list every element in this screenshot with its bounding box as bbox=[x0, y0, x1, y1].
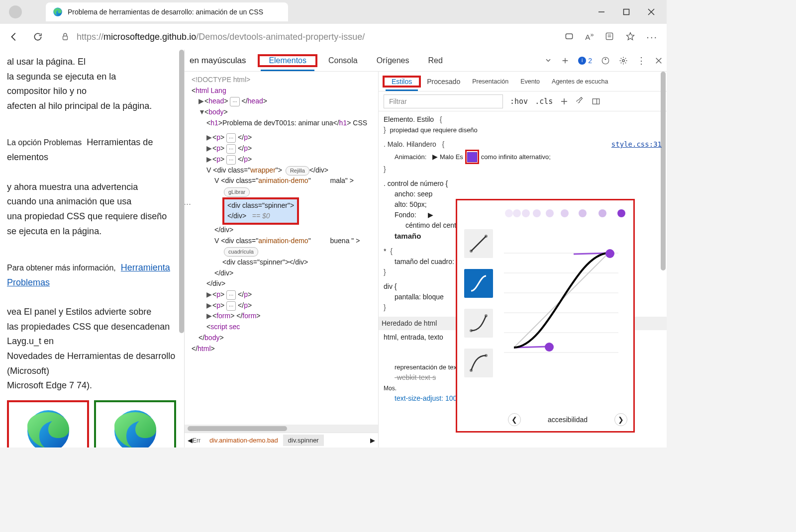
styles-rules[interactable]: Elemento. Estilo { } propiedad que requi… bbox=[379, 111, 667, 447]
bezier-handle-p2[interactable] bbox=[605, 249, 614, 258]
lock-icon bbox=[61, 32, 70, 41]
styles-pane: Estilos Procesado Presentación Evento Ag… bbox=[379, 72, 667, 447]
gear-icon[interactable] bbox=[619, 56, 628, 65]
svg-rect-5 bbox=[63, 36, 68, 40]
window-titlebar: Problema de herramientas de desarrollo: … bbox=[0, 0, 667, 24]
subtab-computed[interactable]: Procesado bbox=[421, 74, 466, 89]
edge-logo-icon bbox=[108, 405, 163, 447]
logo-comparison bbox=[7, 400, 178, 447]
breadcrumb-item-selected[interactable]: div.spinner bbox=[283, 435, 324, 446]
close-devtools-icon[interactable] bbox=[655, 57, 663, 65]
preset-linear[interactable] bbox=[464, 229, 493, 258]
styles-toolbar: Filtrar :hov .cls bbox=[379, 91, 667, 111]
refresh-button[interactable] bbox=[29, 28, 47, 46]
easing-prev-button[interactable]: ❮ bbox=[508, 413, 521, 426]
bad-logo-box bbox=[7, 400, 89, 447]
subtab-layout[interactable]: Presentación bbox=[466, 74, 514, 89]
address-bar[interactable]: https://microsoftedge.github.io/Demos/de… bbox=[53, 29, 558, 45]
cubic-bezier-icon[interactable] bbox=[467, 152, 477, 162]
preset-ease-out[interactable] bbox=[464, 349, 493, 377]
reader-icon[interactable] bbox=[604, 31, 614, 41]
cls-toggle[interactable]: .cls bbox=[535, 97, 553, 106]
svg-rect-15 bbox=[593, 98, 600, 104]
main-content: al usar la página. El la segunda se ejec… bbox=[0, 50, 667, 447]
edge-logo-icon bbox=[21, 405, 76, 447]
css-source-link[interactable]: style.css:31 bbox=[611, 139, 662, 150]
styles-filter-input[interactable]: Filtrar bbox=[384, 94, 503, 108]
devtools-tab-bar: en mayúsculas Elementos Consola Orígenes… bbox=[185, 50, 667, 72]
kebab-icon[interactable]: ⋮ bbox=[637, 55, 646, 66]
article-paragraph: Para obtener más información, Herramient… bbox=[7, 246, 178, 393]
cubic-bezier-editor[interactable]: ❮ accesibilidad ❯ bbox=[456, 199, 635, 433]
brush-icon[interactable] bbox=[576, 97, 585, 106]
easing-icon-highlight bbox=[465, 150, 479, 164]
profile-avatar-icon[interactable] bbox=[9, 5, 22, 18]
favorite-icon[interactable] bbox=[625, 31, 635, 41]
easing-next-button[interactable]: ❯ bbox=[614, 413, 627, 426]
page-article: al usar la página. El la segunda se ejec… bbox=[0, 50, 184, 447]
svg-rect-6 bbox=[566, 34, 573, 39]
read-aloud-icon[interactable]: A» bbox=[585, 31, 594, 43]
subtab-event[interactable]: Evento bbox=[514, 74, 546, 89]
bc-chevron-left-icon[interactable]: ◀ bbox=[188, 437, 193, 444]
maximize-icon[interactable] bbox=[623, 8, 630, 15]
dom-tree[interactable]: <!DOCTYPE html> <html Lang ▶<head> ··· <… bbox=[185, 72, 378, 425]
preset-ease-in-out[interactable] bbox=[464, 269, 493, 298]
dom-tree-pane: <!DOCTYPE html> <html Lang ▶<head> ··· <… bbox=[185, 72, 379, 447]
url-tools: A» ··· bbox=[564, 31, 658, 43]
breadcrumb-item[interactable]: div.animation-demo.bad bbox=[204, 435, 283, 446]
personalize-icon[interactable] bbox=[601, 56, 610, 65]
scrollbar-thumb[interactable] bbox=[179, 50, 184, 333]
issue-badge[interactable]: i2 bbox=[578, 57, 592, 65]
window-controls bbox=[598, 8, 664, 15]
hov-toggle[interactable]: :hov bbox=[510, 97, 528, 106]
browser-tab[interactable]: Problema de herramientas de desarrollo: … bbox=[46, 2, 288, 21]
svg-point-12 bbox=[602, 57, 609, 64]
dom-breadcrumb: ◀ Err div.animation-demo.bad div.spinner… bbox=[185, 433, 378, 447]
plus-icon[interactable] bbox=[560, 97, 569, 106]
tab-title-text: Problema de herramientas de desarrollo: … bbox=[68, 8, 263, 16]
svg-rect-2 bbox=[624, 9, 629, 15]
close-icon[interactable] bbox=[648, 8, 655, 15]
chevrons-icon[interactable] bbox=[544, 57, 552, 65]
panel-icon[interactable] bbox=[592, 97, 600, 106]
easing-curve-editor[interactable]: ❮ accesibilidad ❯ bbox=[502, 200, 633, 431]
tab-network[interactable]: Red bbox=[420, 51, 451, 70]
styles-sub-tabs: Estilos Procesado Presentación Evento Ag… bbox=[379, 72, 667, 91]
article-paragraph: al usar la página. El la segunda se ejec… bbox=[7, 55, 178, 114]
bc-chevron-right-icon[interactable]: ▶ bbox=[370, 437, 375, 444]
plus-icon[interactable] bbox=[561, 57, 569, 65]
svg-point-13 bbox=[605, 58, 606, 60]
devtools-panel: en mayúsculas Elementos Consola Orígenes… bbox=[184, 50, 667, 447]
subtab-styles[interactable]: Estilos bbox=[386, 74, 418, 91]
more-icon[interactable]: ··· bbox=[646, 31, 658, 43]
back-button[interactable] bbox=[5, 28, 23, 46]
article-paragraph: La opción Problemas Herramientas de elem… bbox=[7, 121, 178, 239]
selected-dom-node[interactable]: <div class="spinner"> </div> == $0 bbox=[222, 197, 299, 225]
good-logo-box bbox=[94, 400, 176, 447]
url-bar: https://microsoftedge.github.io/Demos/de… bbox=[0, 24, 667, 50]
app-icon[interactable] bbox=[564, 31, 574, 41]
url-text: https://microsoftedge.github.io/Demos/de… bbox=[77, 32, 365, 42]
bezier-handle-p1[interactable] bbox=[545, 343, 554, 352]
elements-tab-highlight: Elementos bbox=[258, 54, 317, 67]
svg-rect-7 bbox=[606, 33, 613, 39]
easing-label: accesibilidad bbox=[548, 415, 588, 425]
tab-sources[interactable]: Orígenes bbox=[369, 51, 417, 70]
subtab-listeners[interactable]: Agentes de escucha bbox=[546, 74, 614, 89]
edge-logo-icon bbox=[53, 7, 63, 17]
styles-tab-highlight: Estilos bbox=[383, 76, 421, 88]
tab-console[interactable]: Consola bbox=[320, 51, 366, 70]
inspect-label: en mayúsculas bbox=[189, 56, 246, 66]
animation-preview-dots bbox=[504, 205, 628, 223]
tab-elements[interactable]: Elementos bbox=[261, 51, 314, 71]
dom-horizontal-scroll[interactable] bbox=[185, 425, 378, 433]
preset-ease-in[interactable] bbox=[464, 309, 493, 338]
minimize-icon[interactable] bbox=[598, 8, 605, 15]
svg-point-14 bbox=[622, 59, 625, 62]
easing-presets bbox=[457, 200, 502, 431]
